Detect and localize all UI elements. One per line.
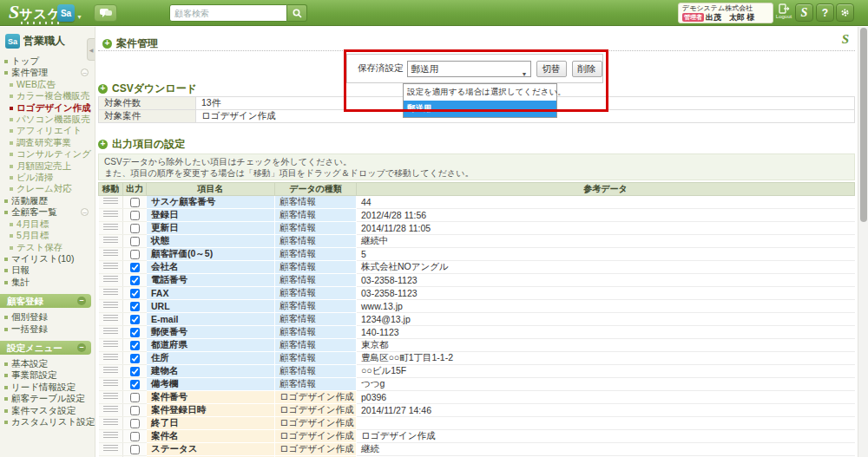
sidebar-item[interactable]: 日報 <box>0 264 95 276</box>
scrollbar-thumb[interactable] <box>860 28 867 222</box>
output-checkbox[interactable] <box>130 302 140 311</box>
customer-search-input[interactable] <box>169 4 287 22</box>
search-button[interactable] <box>287 4 307 22</box>
drag-handle[interactable] <box>99 391 123 404</box>
collapse-minus-icon[interactable]: – <box>81 69 89 76</box>
drag-handle-icon <box>103 328 118 336</box>
sidebar-item[interactable]: 顧客テーブル設定 <box>0 393 95 404</box>
sidebar-item[interactable]: テスト保存 <box>0 242 95 253</box>
drag-handle[interactable] <box>99 339 123 352</box>
refresh-icon[interactable]: S <box>842 32 849 47</box>
sasuke-logo[interactable]: S サスケ <box>9 3 62 23</box>
switch-button[interactable]: 切替 <box>536 61 567 77</box>
output-checkbox[interactable] <box>130 211 140 220</box>
sidebar-section-header[interactable]: 設定メニュー– <box>0 341 91 355</box>
app-switch-caret-icon[interactable]: ▼ <box>76 14 82 20</box>
reference-data-cell: 140-1123 <box>357 326 855 339</box>
sidebar-item[interactable]: WEB広告 <box>0 79 95 90</box>
sidebar-item[interactable]: 案件管理– <box>0 67 95 78</box>
output-checkbox[interactable] <box>130 276 140 285</box>
output-checkbox[interactable] <box>130 289 140 298</box>
drag-handle[interactable] <box>99 313 123 326</box>
sidebar-item[interactable]: アフィリエイト <box>0 125 95 136</box>
output-checkbox[interactable] <box>130 419 140 428</box>
sidebar-item[interactable]: 5月目標 <box>0 230 95 241</box>
drag-handle[interactable] <box>99 222 123 235</box>
sidebar-item[interactable]: カラー複合機販売 <box>0 90 95 101</box>
bullet-icon <box>4 328 8 331</box>
output-checkbox[interactable] <box>130 406 140 415</box>
output-checkbox[interactable] <box>130 224 140 233</box>
output-checkbox-cell <box>123 339 147 352</box>
drag-handle[interactable] <box>99 248 123 261</box>
sidebar-item[interactable]: 集計 <box>0 277 95 288</box>
saved-settings-select[interactable]: 郵送用 ▼ <box>407 61 531 77</box>
sidebar-item[interactable]: 基本設定 <box>0 358 95 369</box>
drag-handle[interactable] <box>99 326 123 339</box>
dropdown-option[interactable]: 設定を適用する場合は選択してください。 <box>404 84 556 101</box>
drag-handle[interactable] <box>99 417 123 430</box>
search-icon <box>293 9 302 18</box>
drag-handle[interactable] <box>99 430 123 443</box>
help-button[interactable]: ? <box>816 3 834 22</box>
drag-handle[interactable] <box>99 287 123 300</box>
sidebar-item[interactable]: リード情報設定 <box>0 382 95 393</box>
output-checkbox[interactable] <box>130 341 140 350</box>
output-checkbox[interactable] <box>130 315 140 324</box>
collapse-minus-icon[interactable]: – <box>81 208 89 216</box>
sidebar-item[interactable]: カスタムリスト設定 <box>0 416 95 428</box>
sidebar-item[interactable]: パソコン機器販売 <box>0 114 95 125</box>
sidebar-item[interactable]: コンサルティング <box>0 148 95 160</box>
delete-button[interactable]: 削除 <box>572 61 602 77</box>
drag-handle[interactable] <box>99 365 123 378</box>
sidebar-item[interactable]: 調査研究事業 <box>0 137 95 148</box>
output-checkbox-cell <box>123 196 147 209</box>
drag-handle[interactable] <box>99 235 123 248</box>
logout-button[interactable]: Logout <box>775 3 792 19</box>
output-checkbox[interactable] <box>130 445 140 454</box>
sidebar-item[interactable]: 事業部設定 <box>0 369 95 381</box>
sidebar-section-header[interactable]: 顧客登録– <box>0 294 91 308</box>
output-checkbox[interactable] <box>130 367 140 376</box>
sidebar-item[interactable]: 全顧客一覧– <box>0 206 95 218</box>
vertical-scrollbar[interactable] <box>858 27 868 457</box>
drag-handle[interactable] <box>99 274 123 287</box>
sidebar-item[interactable]: ビル清掃 <box>0 172 95 183</box>
sasuke-home-button[interactable]: S <box>795 3 813 22</box>
output-checkbox[interactable] <box>130 432 140 441</box>
sidebar-item[interactable]: 活動履歴 <box>0 195 95 206</box>
sidebar-item[interactable]: 個別登録 <box>0 311 95 323</box>
output-checkbox[interactable] <box>130 237 140 246</box>
sidebar-item[interactable]: ロゴデザイン作成 <box>0 102 95 114</box>
output-checkbox[interactable] <box>130 380 140 389</box>
sidebar-item[interactable]: 案件マスタ設定 <box>0 405 95 416</box>
drag-handle[interactable] <box>99 196 123 209</box>
settings-gear-button[interactable] <box>836 3 854 22</box>
output-checkbox[interactable] <box>130 263 140 272</box>
sidebar-item[interactable]: トップ <box>0 55 95 67</box>
sidebar-item[interactable]: 月額固定売上 <box>0 160 95 172</box>
sasuke-logo-glyph: S <box>9 3 19 22</box>
sidebar-item[interactable]: 一括登録 <box>0 323 95 335</box>
collapse-minus-icon[interactable]: – <box>77 297 86 305</box>
drag-handle[interactable] <box>99 209 123 222</box>
sa-app-badge[interactable]: Sa <box>57 4 75 22</box>
sidebar-item[interactable]: マイリスト(10) <box>0 253 95 264</box>
collapse-minus-icon[interactable]: – <box>77 343 86 352</box>
drag-handle[interactable] <box>99 378 123 391</box>
sidebar-item[interactable]: クレーム対応 <box>0 183 95 194</box>
reference-data-cell: ○○ビル15F <box>357 365 855 378</box>
sidebar-item[interactable]: 4月目標 <box>0 219 95 230</box>
chat-icon[interactable] <box>94 4 117 22</box>
drag-handle[interactable] <box>99 261 123 274</box>
output-checkbox[interactable] <box>130 328 140 337</box>
dropdown-option[interactable]: 郵送用 <box>404 101 556 117</box>
drag-handle[interactable] <box>99 443 123 456</box>
output-checkbox[interactable] <box>130 250 140 259</box>
drag-handle[interactable] <box>99 404 123 417</box>
output-checkbox[interactable] <box>130 198 140 207</box>
output-checkbox[interactable] <box>130 354 140 363</box>
drag-handle[interactable] <box>99 300 123 313</box>
output-checkbox[interactable] <box>130 393 140 402</box>
drag-handle[interactable] <box>99 352 123 365</box>
